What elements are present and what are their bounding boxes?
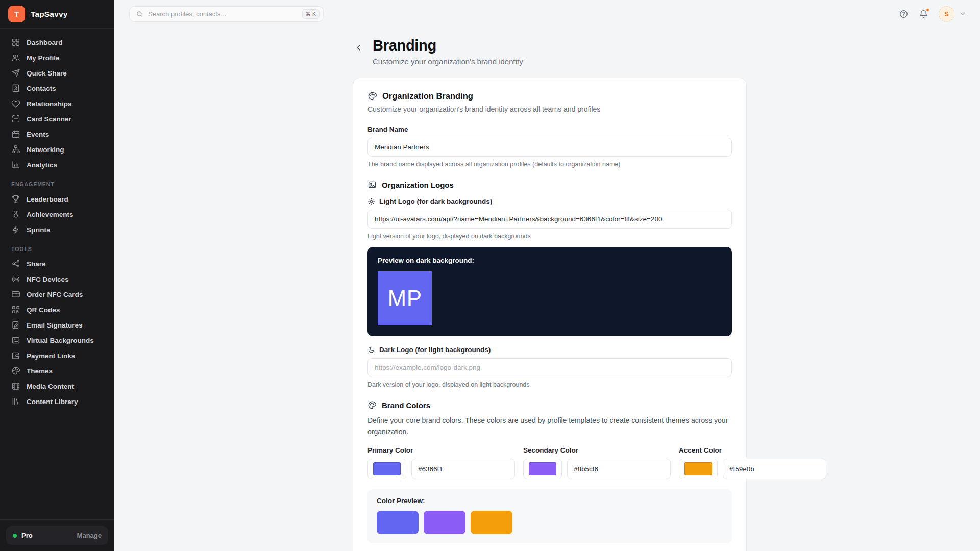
brand-name-helper: The brand name displayed across all orga… bbox=[368, 161, 732, 168]
image-icon bbox=[368, 180, 377, 189]
accent-color-field: Accent Color bbox=[679, 446, 826, 479]
sidebar-item-share[interactable]: Share bbox=[6, 256, 108, 271]
dark-logo-url-input[interactable] bbox=[368, 358, 732, 377]
secondary-color-field: Secondary Color bbox=[523, 446, 671, 479]
sidebar-item-contacts[interactable]: Contacts bbox=[6, 81, 108, 96]
dark-preview-label: Preview on dark background: bbox=[378, 257, 722, 264]
global-search-input[interactable]: Search profiles, contacts... ⌘ K bbox=[129, 6, 324, 22]
sidebar-item-label: Card Scanner bbox=[27, 115, 71, 123]
sidebar-item-label: Dashboard bbox=[27, 39, 63, 46]
sidebar-header: T TapSavvy bbox=[0, 0, 114, 29]
sidebar-item-label: Relationships bbox=[27, 100, 72, 108]
sidebar-item-themes[interactable]: Themes bbox=[6, 363, 108, 379]
sidebar-item-label: Leaderboard bbox=[27, 195, 68, 203]
card-icon bbox=[11, 290, 20, 299]
card-header: Organization Branding bbox=[368, 91, 732, 101]
sidebar-item-email-signatures[interactable]: Email Signatures bbox=[6, 317, 108, 333]
sidebar-item-relationships[interactable]: Relationships bbox=[6, 96, 108, 111]
sidebar-item-networking[interactable]: Networking bbox=[6, 142, 108, 157]
brand-colors-title: Brand Colors bbox=[382, 401, 430, 410]
sidebar-item-nfc-devices[interactable]: NFC Devices bbox=[6, 271, 108, 287]
sidebar-item-sprints[interactable]: Sprints bbox=[6, 222, 108, 237]
library-icon bbox=[11, 397, 20, 406]
color-preview-box: Color Preview: bbox=[368, 489, 732, 543]
sidebar-item-content-library[interactable]: Content Library bbox=[6, 394, 108, 409]
sidebar-item-my-profile[interactable]: My Profile bbox=[6, 50, 108, 65]
sidebar-item-quick-share[interactable]: Quick Share bbox=[6, 65, 108, 81]
color-preview-chip bbox=[424, 511, 465, 534]
palette-icon bbox=[368, 91, 377, 101]
brand-colors-description: Define your core brand colors. These col… bbox=[368, 415, 732, 437]
secondary-color-hex-input[interactable] bbox=[567, 459, 671, 479]
help-icon[interactable] bbox=[899, 9, 909, 19]
medal-icon bbox=[11, 210, 20, 219]
sidebar-item-order-nfc-cards[interactable]: Order NFC Cards bbox=[6, 287, 108, 302]
brand-name-label: Brand Name bbox=[368, 126, 732, 133]
sidebar-item-label: Quick Share bbox=[27, 69, 67, 77]
primary-color-hex-input[interactable] bbox=[411, 459, 515, 479]
sidebar-item-label: Email Signatures bbox=[27, 321, 83, 329]
back-button[interactable] bbox=[353, 42, 364, 53]
sidebar-item-label: NFC Devices bbox=[27, 276, 69, 283]
zap-icon bbox=[11, 225, 20, 234]
sidebar-item-events[interactable]: Events bbox=[6, 127, 108, 142]
dashboard-icon bbox=[11, 38, 20, 47]
sidebar-item-dashboard[interactable]: Dashboard bbox=[6, 35, 108, 50]
heart-icon bbox=[11, 99, 20, 108]
radio-icon bbox=[11, 274, 20, 284]
scan-icon bbox=[11, 114, 20, 123]
sidebar-item-virtual-backgrounds[interactable]: Virtual Backgrounds bbox=[6, 333, 108, 348]
image-icon bbox=[11, 336, 20, 345]
plan-status-dot bbox=[13, 534, 17, 538]
sidebar-item-card-scanner[interactable]: Card Scanner bbox=[6, 111, 108, 127]
sidebar-item-label: Order NFC Cards bbox=[27, 291, 83, 298]
avatar[interactable]: S bbox=[939, 6, 954, 22]
sidebar-item-qr-codes[interactable]: QR Codes bbox=[6, 302, 108, 317]
app-name: TapSavvy bbox=[31, 10, 67, 19]
sidebar-item-leaderboard[interactable]: Leaderboard bbox=[6, 191, 108, 207]
sidebar-section-label: TOOLS bbox=[11, 246, 103, 252]
branding-card: Organization Branding Customize your org… bbox=[353, 78, 747, 551]
primary-color-field: Primary Color bbox=[368, 446, 515, 479]
sidebar-item-analytics[interactable]: Analytics bbox=[6, 157, 108, 172]
sidebar-item-achievements[interactable]: Achievements bbox=[6, 207, 108, 222]
sidebar-item-label: Events bbox=[27, 131, 49, 138]
qr-icon bbox=[11, 305, 20, 314]
light-logo-url-input[interactable] bbox=[368, 210, 732, 229]
notifications-bell-icon[interactable] bbox=[919, 9, 928, 19]
dark-background-preview: Preview on dark background: MP bbox=[368, 247, 732, 336]
sidebar-item-label: Achievements bbox=[27, 211, 74, 218]
trophy-icon bbox=[11, 194, 20, 204]
app-logo: T bbox=[8, 6, 25, 22]
sidebar-item-label: Virtual Backgrounds bbox=[27, 337, 94, 344]
card-title: Organization Branding bbox=[382, 91, 473, 101]
sidebar: T TapSavvy DashboardMy ProfileQuick Shar… bbox=[0, 0, 114, 551]
sidebar-item-label: Networking bbox=[27, 146, 64, 154]
logos-section-title: Organization Logos bbox=[382, 181, 454, 189]
chart-icon bbox=[11, 160, 20, 169]
secondary-color-picker[interactable] bbox=[523, 459, 562, 479]
sidebar-item-label: Themes bbox=[27, 367, 53, 375]
page-subtitle: Customize your organization's brand iden… bbox=[373, 57, 523, 66]
network-icon bbox=[11, 145, 20, 154]
signature-icon bbox=[11, 320, 20, 330]
sidebar-item-payment-links[interactable]: Payment Links bbox=[6, 348, 108, 363]
film-icon bbox=[11, 382, 20, 391]
accent-color-picker[interactable] bbox=[679, 459, 718, 479]
primary-color-picker[interactable] bbox=[368, 459, 406, 479]
contact-icon bbox=[11, 84, 20, 93]
light-logo-helper: Light version of your logo, displayed on… bbox=[368, 233, 732, 240]
light-logo-label: Light Logo (for dark backgrounds) bbox=[368, 197, 732, 205]
palette-icon bbox=[11, 366, 20, 375]
sidebar-nav: DashboardMy ProfileQuick ShareContactsRe… bbox=[0, 29, 114, 519]
users-icon bbox=[11, 53, 20, 62]
color-preview-chip bbox=[377, 511, 419, 534]
manage-plan-button[interactable]: Manage bbox=[77, 532, 102, 539]
user-menu[interactable]: S bbox=[939, 6, 967, 22]
brand-name-input[interactable] bbox=[368, 138, 732, 157]
sidebar-item-label: Sprints bbox=[27, 226, 51, 234]
sidebar-item-media-content[interactable]: Media Content bbox=[6, 379, 108, 394]
accent-color-hex-input[interactable] bbox=[723, 459, 826, 479]
main-area: Search profiles, contacts... ⌘ K S Brand… bbox=[114, 0, 980, 551]
sidebar-item-label: Analytics bbox=[27, 161, 57, 169]
